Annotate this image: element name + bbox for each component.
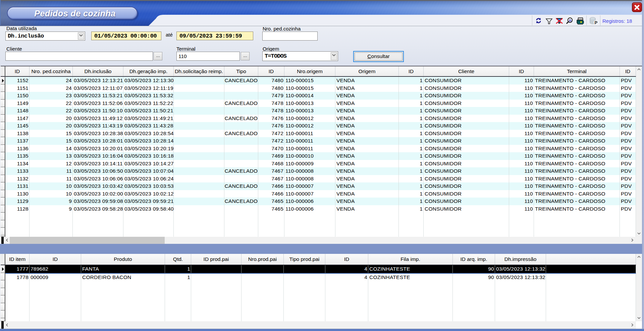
svg-text:P: P bbox=[594, 20, 597, 25]
svg-text:n: n bbox=[569, 18, 572, 23]
